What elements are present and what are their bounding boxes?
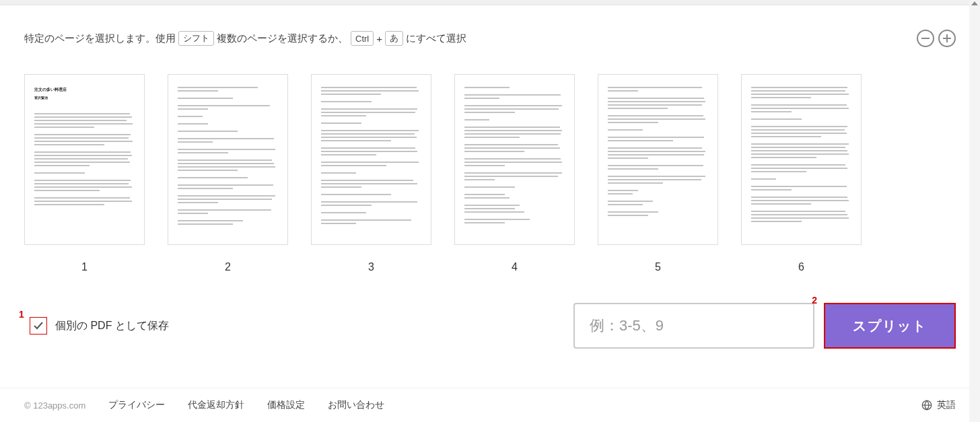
footer-link-pricing[interactable]: 価格設定	[267, 399, 305, 411]
page-number: 3	[368, 261, 374, 273]
page-thumbnail[interactable]	[168, 74, 288, 245]
doc-author: 宮沢賢治	[34, 96, 135, 100]
page-thumbnail[interactable]	[454, 74, 575, 245]
save-separate-label: 個別の PDF として保存	[55, 319, 169, 333]
top-strip	[0, 0, 980, 5]
instruction-row: 特定のページを選択します。使用 シフト 複数のページを選択するか、 Ctrl +…	[24, 5, 956, 59]
zoom-out-button[interactable]	[917, 30, 934, 47]
key-a: あ	[385, 31, 403, 46]
page-thumbnail[interactable]: 注文の多い料理店 宮沢賢治	[24, 74, 145, 245]
footer-copyright: © 123apps.com	[24, 400, 85, 411]
doc-title: 注文の多い料理店	[34, 87, 135, 93]
footer-link-privacy[interactable]: プライバシー	[108, 399, 165, 411]
page-range-input[interactable]	[573, 303, 814, 349]
annotation-marker-2: 2	[812, 295, 817, 306]
instruction-suffix: にすべて選択	[406, 32, 466, 45]
thumb-item-4: 4	[454, 74, 575, 273]
split-button[interactable]: スプリット	[824, 303, 956, 349]
page-thumbnail[interactable]	[311, 74, 431, 245]
page-number: 5	[655, 261, 661, 273]
key-ctrl: Ctrl	[351, 31, 374, 46]
zoom-controls	[917, 30, 956, 47]
zoom-in-button[interactable]	[938, 30, 956, 47]
save-separate-control: 1 個別の PDF として保存	[30, 317, 169, 335]
thumb-item-1: 注文の多い料理店 宮沢賢治 1	[24, 74, 145, 273]
thumb-item-6: 6	[741, 74, 862, 273]
language-selector[interactable]: 英語	[921, 399, 956, 411]
right-controls: 2 スプリット	[573, 303, 956, 349]
page-number: 4	[512, 261, 518, 273]
thumb-item-5: 5	[598, 74, 718, 273]
scroll-up-icon	[971, 1, 978, 5]
page-number: 2	[225, 261, 231, 273]
footer-link-contact[interactable]: お問い合わせ	[328, 399, 384, 411]
page-number: 6	[798, 261, 804, 273]
instruction-plus: +	[376, 33, 382, 44]
annotation-marker-1: 1	[19, 309, 24, 320]
key-shift: シフト	[178, 31, 214, 46]
language-label: 英語	[937, 399, 956, 411]
bottom-controls: 1 個別の PDF として保存 2 スプリット	[24, 273, 956, 367]
check-icon	[33, 320, 44, 331]
save-separate-checkbox[interactable]	[30, 317, 47, 335]
thumb-item-2: 2	[168, 74, 288, 273]
thumb-item-3: 3	[311, 74, 431, 273]
page-number: 1	[81, 261, 88, 273]
globe-icon	[921, 399, 933, 411]
instruction-mid1: 複数のページを選択するか、	[217, 32, 348, 45]
footer: © 123apps.com プライバシー 代金返却方針 価格設定 お問い合わせ …	[0, 388, 980, 422]
scrollbar[interactable]	[969, 0, 980, 422]
page-thumbnails: 注文の多い料理店 宮沢賢治 1	[24, 59, 956, 273]
page-thumbnail[interactable]	[598, 74, 718, 245]
footer-link-refund[interactable]: 代金返却方針	[188, 399, 244, 411]
instruction-prefix: 特定のページを選択します。使用	[24, 32, 176, 45]
footer-left: © 123apps.com プライバシー 代金返却方針 価格設定 お問い合わせ	[24, 399, 384, 411]
page-thumbnail[interactable]	[741, 74, 862, 245]
instruction-text: 特定のページを選択します。使用 シフト 複数のページを選択するか、 Ctrl +…	[24, 31, 466, 46]
